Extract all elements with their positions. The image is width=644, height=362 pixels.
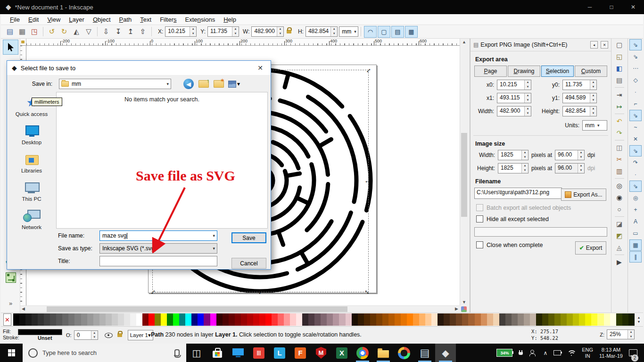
panel-collapse-button[interactable]: ◂ bbox=[590, 41, 598, 49]
image-height-field[interactable]: 1825▲▼ bbox=[498, 163, 528, 173]
palette-swatch[interactable] bbox=[179, 313, 185, 326]
menu-path[interactable]: Path bbox=[115, 16, 136, 23]
palette-swatch[interactable] bbox=[364, 313, 370, 326]
snap-rotation-centers-icon[interactable]: + bbox=[629, 204, 642, 215]
area-height-field[interactable]: 482.854▲▼ bbox=[562, 106, 597, 116]
layer-visibility-icon[interactable] bbox=[105, 333, 113, 338]
snap-others-icon[interactable]: ⇘ bbox=[629, 181, 642, 192]
palette-swatch[interactable] bbox=[185, 313, 191, 326]
redo-icon[interactable]: ↷ bbox=[613, 127, 626, 139]
clock[interactable]: 8:13 AM11-Mar-19 bbox=[599, 347, 623, 359]
scroll-right-icon[interactable]: ▶ bbox=[455, 306, 458, 311]
layers-dialog-icon[interactable]: ▦ bbox=[17, 26, 28, 37]
paste-icon[interactable]: ▥ bbox=[613, 165, 626, 177]
task-view-button[interactable]: ◫ bbox=[186, 344, 207, 362]
x-spinner[interactable]: ▲▼ bbox=[190, 27, 196, 36]
snap-nodes-icon[interactable]: ⇘ bbox=[629, 110, 642, 121]
palette-swatch[interactable] bbox=[456, 313, 462, 326]
horizontal-scrollbar[interactable]: ◀ ▶ bbox=[20, 305, 460, 313]
menu-filters[interactable]: Filters bbox=[156, 16, 181, 23]
store-app[interactable] bbox=[207, 344, 228, 362]
snap-midpoints-icon[interactable]: ∙ bbox=[629, 169, 642, 180]
rotate-ccw-icon[interactable]: ↺ bbox=[46, 26, 58, 37]
people-icon[interactable] bbox=[529, 350, 537, 356]
scale-patterns-toggle[interactable]: ▦ bbox=[405, 26, 418, 38]
menu-help[interactable]: Help bbox=[219, 16, 240, 23]
palette-swatch[interactable] bbox=[401, 313, 407, 326]
red-bars-app[interactable]: ||| bbox=[248, 344, 269, 362]
palette-swatch[interactable] bbox=[278, 313, 284, 326]
place-network[interactable]: Network bbox=[7, 209, 56, 230]
palette-swatch[interactable] bbox=[388, 313, 395, 326]
close-button[interactable]: ✕ bbox=[622, 0, 644, 14]
file-list[interactable]: No items match your search. bbox=[56, 92, 268, 229]
palette-swatch[interactable] bbox=[321, 313, 327, 326]
palette-swatch[interactable] bbox=[136, 313, 142, 326]
palette-swatch[interactable] bbox=[93, 313, 99, 326]
new-document-icon[interactable]: ▢ bbox=[613, 39, 626, 50]
palette-swatch[interactable] bbox=[290, 313, 296, 326]
opacity-field[interactable]: 0▲▼ bbox=[74, 330, 98, 340]
y0-field[interactable]: 11.735▲▼ bbox=[562, 80, 597, 90]
rotate-cw-icon[interactable]: ↻ bbox=[58, 26, 70, 37]
palette-swatch[interactable] bbox=[19, 313, 25, 326]
palette-swatch[interactable] bbox=[450, 313, 456, 326]
units-dropdown[interactable]: mm▾ bbox=[339, 26, 358, 37]
menu-layer[interactable]: Layer bbox=[65, 16, 89, 23]
no-color-swatch[interactable]: ✕ bbox=[3, 313, 11, 326]
palette-swatch[interactable] bbox=[376, 313, 382, 326]
palette-swatch[interactable] bbox=[229, 313, 235, 326]
palette-swatch[interactable] bbox=[87, 313, 93, 326]
cut-icon[interactable]: ✂ bbox=[613, 154, 626, 165]
export-area-page-button[interactable]: Page bbox=[474, 66, 507, 77]
palette-swatch[interactable] bbox=[444, 313, 450, 326]
zoom-page-icon[interactable]: ○ bbox=[613, 204, 626, 215]
mcafee-app[interactable]: M bbox=[311, 344, 331, 362]
y1-field[interactable]: 494.589▲▼ bbox=[562, 93, 597, 103]
connector-tool[interactable] bbox=[3, 270, 18, 285]
snap-grids-icon[interactable]: ▦ bbox=[629, 239, 642, 251]
color-managed-view-icon[interactable] bbox=[461, 306, 467, 312]
palette-swatch[interactable] bbox=[124, 313, 130, 326]
w-field[interactable]: 482.900▲▼ bbox=[251, 26, 283, 37]
x-field[interactable]: 10.215▲▼ bbox=[165, 26, 197, 37]
snap-bbox-edge-midpoints-icon[interactable]: ∙ bbox=[629, 86, 642, 98]
export-as-button[interactable]: Export As... bbox=[561, 189, 606, 201]
palette-swatch[interactable] bbox=[554, 313, 561, 326]
snap-smooth-nodes-icon[interactable]: ↷ bbox=[629, 157, 642, 168]
palette-swatch[interactable] bbox=[302, 313, 308, 326]
close-when-complete-checkbox[interactable] bbox=[476, 241, 483, 248]
palette-swatch[interactable] bbox=[573, 313, 579, 326]
snap-bbox-corners-icon[interactable]: ◇ bbox=[629, 74, 642, 86]
scroll-left-icon[interactable]: ◀ bbox=[22, 306, 25, 311]
clone-icon[interactable]: ◩ bbox=[613, 230, 626, 241]
unlink-clone-icon[interactable]: ◬ bbox=[613, 242, 626, 253]
palette-swatch[interactable] bbox=[99, 313, 106, 326]
palette-swatch[interactable] bbox=[468, 313, 474, 326]
scale-handle-bottom-right[interactable]: ↔ bbox=[363, 287, 372, 296]
palette-swatch[interactable] bbox=[425, 313, 431, 326]
menu-text[interactable]: Text bbox=[136, 16, 156, 23]
place-this-pc[interactable]: This PC bbox=[7, 181, 56, 202]
export-units-dropdown[interactable]: mm▾ bbox=[582, 120, 607, 131]
hidden-icons-chevron[interactable]: ∧ bbox=[543, 350, 547, 356]
palette-swatch[interactable] bbox=[585, 313, 591, 326]
hide-except-checkbox[interactable] bbox=[476, 215, 483, 222]
minimize-button[interactable]: ─ bbox=[579, 0, 601, 14]
palette-swatch[interactable] bbox=[438, 313, 444, 326]
palette-swatch[interactable] bbox=[616, 313, 622, 326]
palette-swatch[interactable] bbox=[395, 313, 401, 326]
palette-swatch[interactable] bbox=[370, 313, 376, 326]
ruler-lock-icon[interactable] bbox=[20, 39, 26, 46]
export-area-custom-button[interactable]: Custom bbox=[575, 66, 607, 77]
back-button[interactable]: ◀ bbox=[183, 79, 194, 89]
export-area-drawing-button[interactable]: Drawing bbox=[508, 66, 540, 77]
palette-swatch[interactable] bbox=[327, 313, 333, 326]
palette-swatch[interactable] bbox=[259, 313, 265, 326]
palette-swatch[interactable] bbox=[25, 313, 32, 326]
notepad-app[interactable]: ▤ bbox=[414, 344, 435, 362]
filename-field[interactable]: C:\Users\tgura\path3712.png bbox=[474, 188, 562, 199]
snap-cusp-nodes-icon[interactable]: ⇘ bbox=[629, 145, 642, 156]
vertical-scrollbar[interactable]: ▲ ▼ bbox=[460, 39, 468, 305]
snap-path-intersections-icon[interactable]: ✕ bbox=[629, 133, 642, 145]
